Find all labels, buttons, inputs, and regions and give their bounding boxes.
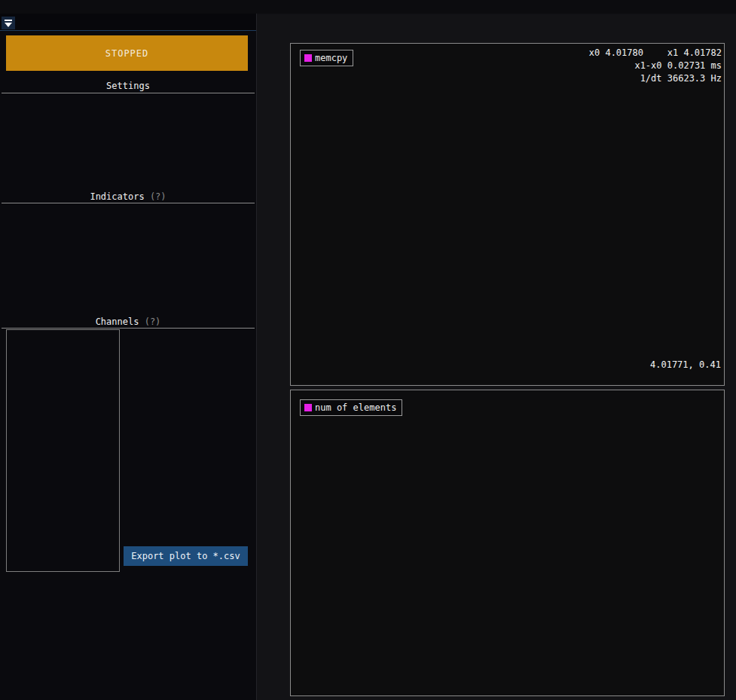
menu-bar bbox=[0, 0, 736, 14]
channels-help-icon[interactable]: (?) bbox=[145, 316, 161, 327]
indicators-header: Indicators (?) bbox=[0, 191, 256, 202]
tab-list-icon[interactable] bbox=[2, 17, 15, 29]
marker-x0-readout: x0 4.01780 bbox=[589, 47, 643, 58]
export-csv-button[interactable]: Export plot to *.csv bbox=[124, 546, 248, 566]
memcpy-series-label: memcpy bbox=[315, 53, 347, 63]
marker-frequency-readout: 1/dt 36623.3 Hz bbox=[640, 73, 722, 84]
tab-bar bbox=[0, 14, 256, 31]
indicators-title: Indicators bbox=[90, 191, 144, 202]
settings-divider bbox=[2, 93, 255, 93]
settings-title: Settings bbox=[106, 81, 150, 91]
indicators-help-icon[interactable]: (?) bbox=[150, 191, 166, 202]
legend-memcpy[interactable]: memcpy bbox=[300, 50, 353, 66]
settings-header: Settings bbox=[0, 81, 256, 91]
marker-delta-readout: x1-x0 0.02731 ms bbox=[634, 60, 722, 71]
num-of-elements-series-label: num of elements bbox=[315, 402, 396, 413]
chart-panel: memcpy x0 4.01780 x1 4.01782 x1-x0 0.027… bbox=[257, 14, 736, 700]
tab-list-icon-arrow bbox=[5, 23, 12, 27]
sidebar: STOPPED Settings Indicators (?) Channels… bbox=[0, 14, 257, 700]
status-button[interactable]: STOPPED bbox=[6, 35, 248, 71]
channels-title: Channels bbox=[96, 316, 139, 327]
channels-divider bbox=[2, 328, 255, 329]
trace-viewer-window: STOPPED Settings Indicators (?) Channels… bbox=[0, 0, 736, 700]
num-of-elements-series-swatch bbox=[304, 404, 312, 411]
memcpy-plot[interactable]: memcpy x0 4.01780 x1 4.01782 x1-x0 0.027… bbox=[290, 43, 725, 386]
legend-num-of-elements[interactable]: num of elements bbox=[300, 399, 402, 416]
tab-list-icon-bar bbox=[5, 20, 12, 21]
channels-header: Channels (?) bbox=[0, 316, 256, 327]
channel-list bbox=[6, 329, 120, 572]
indicators-divider bbox=[2, 203, 255, 203]
memcpy-series-swatch bbox=[304, 54, 312, 62]
num-of-elements-plot[interactable]: num of elements bbox=[290, 390, 725, 696]
marker-x1-readout: x1 4.01782 bbox=[667, 47, 722, 58]
cursor-position-readout: 4.01771, 0.41 bbox=[650, 359, 721, 370]
